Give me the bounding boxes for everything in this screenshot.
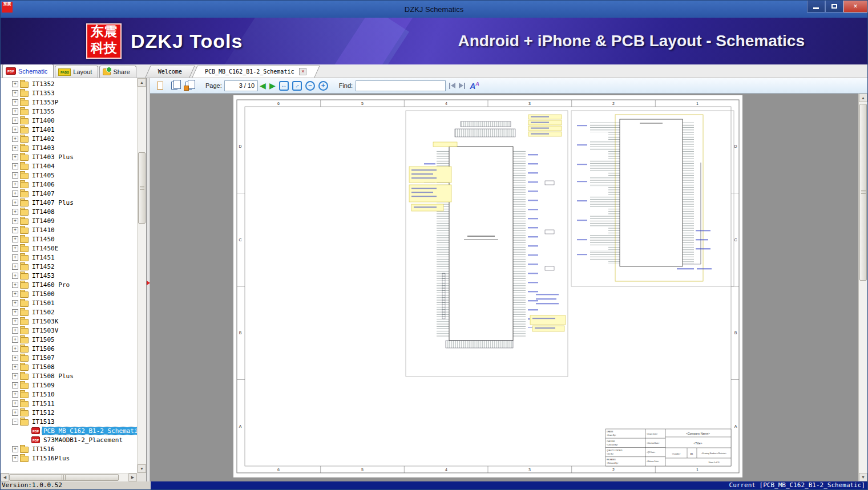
zoom-out-button[interactable]: − — [305, 81, 315, 91]
expand-icon[interactable]: + — [12, 154, 18, 160]
scroll-down-icon[interactable]: ▼ — [138, 464, 146, 473]
tree-item-folder[interactable]: +IT1460 Pro — [1, 280, 137, 289]
expand-icon[interactable]: + — [12, 282, 18, 288]
scroll-right-icon[interactable]: ▶ — [128, 473, 137, 481]
sidebar-scroll-thumb[interactable] — [138, 152, 146, 224]
sidebar-vertical-scrollbar[interactable]: ▲ ▼ — [137, 78, 146, 473]
expand-icon[interactable]: + — [12, 136, 18, 142]
tree-item-folder[interactable]: +IT1501 — [1, 298, 137, 307]
fit-page-button[interactable]: ↔ — [292, 81, 302, 91]
tree-item-folder[interactable]: +IT1404 — [1, 161, 137, 171]
tree-item-folder[interactable]: +IT1506 — [1, 344, 137, 353]
expand-icon[interactable]: + — [12, 327, 18, 334]
tree-item-folder[interactable]: −IT1513 — [1, 417, 137, 426]
expand-icon[interactable]: + — [12, 373, 18, 379]
fit-width-button[interactable]: ↔ — [279, 81, 289, 91]
expand-icon[interactable]: + — [12, 108, 18, 115]
expand-icon[interactable]: + — [12, 118, 18, 124]
tab-welcome[interactable]: Welcome — [148, 66, 192, 78]
find-next-button[interactable] — [459, 83, 465, 89]
tree-item-folder[interactable]: +IT1403 Plus — [1, 152, 137, 161]
expand-icon[interactable]: + — [12, 172, 18, 179]
expand-icon[interactable]: + — [12, 400, 18, 407]
tree-item-folder[interactable]: +IT1352 — [1, 79, 137, 88]
expand-icon[interactable]: + — [12, 81, 18, 87]
tree-item-folder[interactable]: +IT1508 — [1, 362, 137, 371]
tree-item-folder[interactable]: +IT1400 — [1, 116, 137, 125]
expand-icon[interactable]: + — [12, 309, 18, 315]
tree-item-folder[interactable]: +IT1403 — [1, 143, 137, 152]
expand-icon[interactable]: + — [12, 264, 18, 270]
tree-item-folder[interactable]: +IT1502 — [1, 307, 137, 317]
expand-icon[interactable]: + — [12, 254, 18, 261]
tree-item-folder[interactable]: +IT1408 — [1, 207, 137, 216]
tree-item-folder[interactable]: +IT1407 — [1, 189, 137, 198]
continuous-view-button[interactable] — [182, 79, 195, 92]
expand-icon[interactable]: + — [12, 455, 18, 461]
tree-item-folder[interactable]: +IT1402 — [1, 134, 137, 143]
expand-icon[interactable]: + — [12, 163, 18, 169]
scroll-up-icon[interactable]: ▲ — [859, 94, 867, 102]
expand-icon[interactable]: + — [12, 90, 18, 96]
expand-icon[interactable]: + — [12, 236, 18, 242]
expand-icon[interactable]: + — [12, 364, 18, 370]
match-case-button[interactable]: AA — [470, 82, 479, 90]
expand-icon[interactable]: + — [12, 355, 18, 361]
tab-share[interactable]: Share — [99, 66, 136, 78]
find-previous-button[interactable] — [449, 83, 455, 89]
expand-icon[interactable]: + — [12, 191, 18, 197]
tree-item-folder[interactable]: +IT1409 — [1, 216, 137, 225]
scroll-left-icon[interactable]: ◀ — [1, 473, 9, 481]
scroll-down-icon[interactable]: ▼ — [859, 473, 867, 481]
maximize-button[interactable] — [825, 1, 843, 13]
tree-item-folder[interactable]: +IT1453 — [1, 271, 137, 280]
tree-item-folder[interactable]: +IT1511 — [1, 399, 137, 408]
tree-item-folder[interactable]: +IT1516Plus — [1, 453, 137, 463]
page-number-input[interactable] — [228, 82, 243, 89]
tree-item-folder[interactable]: +IT1401 — [1, 125, 137, 134]
tree-item-folder[interactable]: +IT1406 — [1, 180, 137, 189]
tree-item-document[interactable]: PDFPCB_MB_C162_B1-2_Schematic — [1, 426, 137, 435]
minimize-button[interactable] — [807, 1, 825, 13]
single-page-view-button[interactable] — [154, 79, 167, 92]
tab-document[interactable]: PCB_MB_C162_B1-2_Schematic × — [195, 66, 317, 78]
expand-icon[interactable]: + — [12, 300, 18, 306]
tab-schematic[interactable]: PDF Schematic — [2, 64, 54, 78]
find-input[interactable] — [356, 80, 446, 91]
tree-item-folder[interactable]: +IT1355 — [1, 107, 137, 116]
expand-icon[interactable]: + — [12, 318, 18, 325]
scroll-up-icon[interactable]: ▲ — [138, 78, 146, 87]
tree-item-folder[interactable]: +IT1512 — [1, 408, 137, 417]
tree-item-folder[interactable]: +IT1450 — [1, 234, 137, 244]
expand-icon[interactable]: + — [12, 391, 18, 398]
tree-item-folder[interactable]: +IT1505 — [1, 335, 137, 344]
sidebar-horizontal-scrollbar[interactable]: ◀ ▶ — [1, 473, 137, 481]
expand-icon[interactable]: + — [12, 410, 18, 416]
expand-icon[interactable]: + — [12, 337, 18, 343]
tree-item-folder[interactable]: +IT1507 — [1, 353, 137, 362]
tree-item-folder[interactable]: +IT1452 — [1, 262, 137, 271]
tab-layout[interactable]: PADS Layout — [55, 66, 98, 78]
tree-item-folder[interactable]: +IT1510 — [1, 390, 137, 399]
expand-icon[interactable]: + — [12, 245, 18, 252]
collapse-icon[interactable]: − — [12, 419, 18, 425]
expand-icon[interactable]: + — [12, 291, 18, 297]
expand-icon[interactable]: + — [12, 227, 18, 233]
expand-icon[interactable]: + — [12, 145, 18, 151]
tree-item-folder[interactable]: +IT1407 Plus — [1, 198, 137, 207]
expand-icon[interactable]: + — [12, 209, 18, 215]
close-button[interactable]: × — [843, 1, 867, 13]
tree-item-folder[interactable]: +IT1450E — [1, 244, 137, 253]
expand-icon[interactable]: + — [12, 127, 18, 133]
expand-icon[interactable]: + — [12, 273, 18, 279]
expand-icon[interactable]: + — [12, 181, 18, 188]
viewer-scroll-thumb[interactable] — [859, 104, 867, 281]
tab-close-icon[interactable]: × — [299, 68, 306, 75]
tree-item-folder[interactable]: +IT1353P — [1, 98, 137, 107]
next-page-button[interactable]: ▶ — [269, 82, 276, 90]
expand-icon[interactable]: + — [12, 200, 18, 206]
tree-item-folder[interactable]: +IT1516 — [1, 444, 137, 453]
tree-item-folder[interactable]: +IT1503K — [1, 317, 137, 326]
expand-icon[interactable]: + — [12, 446, 18, 452]
previous-page-button[interactable]: ◀ — [260, 82, 266, 90]
